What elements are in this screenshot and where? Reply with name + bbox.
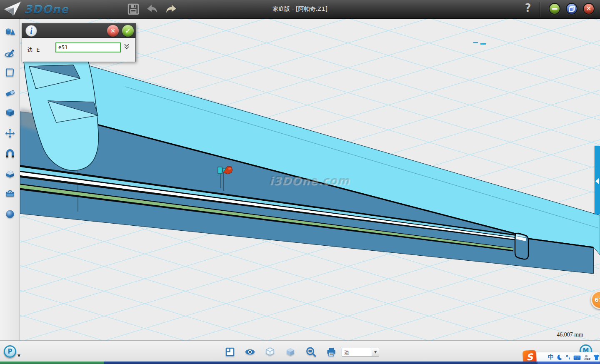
fin-hole-upper [29,65,80,89]
move-icon[interactable] [5,128,15,139]
filter-value: 边 [342,348,372,356]
dialog-titlebar: i ✕ ✓ [22,24,135,38]
app-window: i3DOne.com 46.007 mm 67 i ✕ ✓ 边 E [0,0,600,364]
info-icon: i [25,25,37,37]
window-title: 家庭版 - [阿帕奇.Z1] [0,5,600,13]
edge-input[interactable] [55,42,121,52]
tool-sidebar [0,19,20,364]
toolbox-icon[interactable] [5,188,15,199]
surface-plane-icon[interactable] [5,67,15,78]
help-icon[interactable]: ? [522,2,534,14]
direction-cone [223,166,232,174]
punctuation-icon[interactable] [565,354,571,361]
expand-chevron-icon[interactable] [124,43,130,52]
skin-shirt-icon[interactable] [593,354,600,361]
dialog-ok-button[interactable]: ✓ [122,25,134,37]
render-sphere-icon[interactable] [5,209,15,219]
arrow-left-icon [595,178,599,184]
shaded-view-icon[interactable] [285,347,296,357]
model-top-face [78,62,600,255]
restore-icon [569,6,575,12]
feature-cube-icon[interactable] [5,107,15,118]
wireframe-view-icon[interactable] [265,347,275,357]
view-layout-icon[interactable] [225,347,235,357]
chinese-mode-icon[interactable]: 中 [548,354,554,361]
moon-icon[interactable] [556,354,563,361]
minimize-button[interactable] [549,3,560,15]
combine-box-icon[interactable] [5,168,15,179]
basic-solids-icon[interactable] [5,27,15,37]
panel-collapse-tab[interactable] [595,146,600,214]
left-corner-tool[interactable]: P [4,345,16,358]
measurement-readout: 46.007 mm [557,332,583,338]
dropdown-arrow-icon[interactable]: ▼ [372,348,379,356]
selection-filter-dropdown[interactable]: 边 ▼ [342,348,379,357]
print-icon[interactable] [326,347,337,357]
view-toolbar: P ▼ [0,340,600,362]
zoom-snapshot-icon[interactable] [305,347,316,357]
restore-button[interactable] [566,3,578,15]
dialog-body: 边 E [22,38,135,62]
title-bar: 3DOne 家庭版 - [阿帕奇.Z1] ? [0,0,600,19]
user-badge-count: 19 [587,358,591,360]
keyboard-icon[interactable] [573,354,581,361]
caret-down-icon[interactable]: ▼ [18,354,20,358]
rail-end-cap [515,233,528,259]
model-front-face [20,112,593,274]
edge-manipulator[interactable] [218,166,232,191]
notification-badge[interactable]: 67 [591,291,600,309]
close-button[interactable]: ✕ [583,3,595,15]
tail-fin [24,62,98,170]
edge-field-label: 边 E [28,46,40,54]
visibility-eye-icon[interactable] [245,347,255,357]
taskbar-edge [0,362,600,364]
user-icon[interactable]: 19 [583,354,590,361]
eraser-icon[interactable] [5,87,15,98]
magnet-icon[interactable] [5,148,15,159]
dialog-cancel-button[interactable]: ✕ [107,25,119,37]
watermark: i3DOne.com [269,175,350,187]
3d-viewport[interactable]: i3DOne.com 46.007 mm 67 [20,19,600,340]
fin-hole-lower [48,101,98,122]
edge-input-dialog: i ✕ ✓ 边 E [22,23,136,62]
sketch-pencil-icon[interactable] [5,47,15,58]
